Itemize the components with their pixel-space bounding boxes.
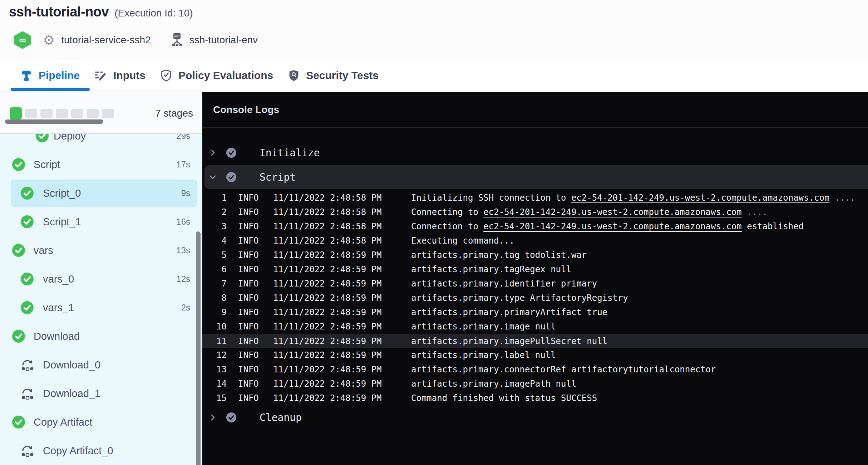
log-line-number: 15: [202, 391, 227, 405]
log-level: INFO: [238, 276, 259, 291]
stage-row-download_1[interactable]: Download_1: [0, 379, 202, 408]
success-check-icon: [12, 330, 25, 343]
log-line: 4INFO11/11/2022 2:48:58 PMExecuting comm…: [202, 234, 868, 248]
log-level: INFO: [238, 219, 259, 234]
section-label: Initialize: [260, 147, 320, 159]
loop-strategy-icon: [21, 359, 34, 371]
log-message: artifacts.primary.connectorRef artifacto…: [411, 362, 716, 377]
stage-square-pending: [87, 109, 99, 118]
log-line: 15INFO11/11/2022 2:48:59 PMCommand finis…: [202, 391, 868, 405]
log-line: 5INFO11/11/2022 2:48:59 PMartifacts.prim…: [202, 248, 868, 262]
step-success-badge-icon: [226, 172, 237, 182]
console-section-initialize[interactable]: Initialize: [202, 142, 868, 163]
stage-row-copy-artifact[interactable]: Copy Artifact: [0, 408, 202, 436]
log-message: Command finished with status SUCCESS: [411, 391, 597, 405]
console-header: Console Logs: [202, 92, 868, 128]
vertical-scrollbar[interactable]: [196, 231, 201, 465]
log-message: artifacts.primary.label null: [411, 348, 556, 362]
log-line: 8INFO11/11/2022 2:48:59 PMartifacts.prim…: [202, 291, 868, 305]
log-line-number: 2: [202, 205, 227, 219]
log-line-number: 10: [202, 319, 227, 334]
console-section-script[interactable]: Script: [204, 165, 868, 189]
stage-square-pending: [102, 109, 114, 118]
log-host-link[interactable]: ec2-54-201-142-249.us-west-2.compute.ama…: [483, 207, 741, 217]
console-section-cleanup[interactable]: Cleanup: [202, 407, 868, 428]
log-message: Connection to ec2-54-201-142-249.us-west…: [411, 219, 804, 234]
log-ellipsis: ....: [742, 207, 768, 217]
log-message: artifacts.primary.identifier primary: [411, 276, 597, 291]
log-message: artifacts.primary.image null: [411, 319, 556, 334]
stage-duration: 29s: [176, 133, 190, 141]
log-level: INFO: [238, 348, 259, 362]
tab-policy-evaluations[interactable]: Policy Evaluations: [161, 59, 273, 92]
loop-strategy-icon: [21, 387, 34, 400]
page-title: ssh-tutorial-nov: [9, 4, 109, 20]
tab-inputs[interactable]: Inputs: [95, 59, 146, 92]
success-check-icon: [36, 133, 49, 142]
log-timestamp: 11/11/2022 2:48:59 PM: [273, 276, 381, 291]
stage-label: Download_1: [43, 388, 100, 400]
tab-security-tests[interactable]: Security Tests: [288, 59, 379, 92]
section-label: Cleanup: [260, 412, 302, 424]
stage-row-vars_0[interactable]: vars_012s: [0, 265, 202, 293]
log-host-link[interactable]: ec2-54-201-142-249.us-west-2.compute.ama…: [571, 193, 829, 203]
success-check-icon: [12, 416, 25, 429]
console-panel: Console Logs Initialize Script Cleanup1I…: [202, 92, 868, 465]
log-timestamp: 11/11/2022 2:48:58 PM: [273, 234, 381, 248]
success-check-icon: [12, 158, 25, 171]
stage-label: Copy Artifact_0: [43, 445, 113, 457]
stage-row-download[interactable]: Download: [0, 322, 202, 351]
stage-row-script_1[interactable]: Script_116s: [0, 207, 202, 236]
stage-square-pending: [71, 109, 83, 118]
log-level: INFO: [238, 391, 259, 405]
log-level: INFO: [238, 205, 259, 219]
stage-row-script_0[interactable]: Script_09s: [0, 179, 202, 207]
stage-row-vars_1[interactable]: vars_12s: [0, 293, 202, 322]
horizontal-scrollbar[interactable]: [5, 119, 103, 124]
success-check-icon: [21, 215, 34, 228]
log-timestamp: 11/11/2022 2:48:59 PM: [273, 348, 381, 362]
stage-label: Script: [34, 159, 60, 171]
stage-row-download_0[interactable]: Download_0: [0, 351, 202, 379]
chevron-right-icon[interactable]: [209, 413, 217, 421]
console-title: Console Logs: [213, 104, 279, 116]
stage-label: Copy Artifact: [34, 416, 92, 428]
execution-header: ssh-tutorial-nov (Execution Id: 10) ∞ ⚙ …: [0, 0, 868, 59]
section-label: Script: [260, 171, 296, 183]
step-success-badge-icon: [226, 412, 237, 423]
log-level: INFO: [238, 305, 259, 319]
environment-name[interactable]: ssh-tutorial-env: [189, 34, 258, 46]
log-timestamp: 11/11/2022 2:48:59 PM: [273, 248, 381, 262]
chevron-down-icon[interactable]: [209, 173, 217, 181]
stage-row-vars[interactable]: vars13s: [0, 236, 202, 265]
log-line-number: 7: [202, 276, 227, 291]
stage-square-pending: [25, 109, 37, 118]
log-timestamp: 11/11/2022 2:48:59 PM: [273, 319, 381, 334]
pipeline-icon: [21, 70, 32, 81]
log-line-number: 13: [202, 362, 227, 377]
service-name[interactable]: tutorial-service-ssh2: [61, 34, 151, 46]
log-line: 2INFO11/11/2022 2:48:58 PMConnecting to …: [202, 205, 868, 219]
log-line: 7INFO11/11/2022 2:48:59 PMartifacts.prim…: [202, 276, 868, 291]
log-message: artifacts.primary.type ArtifactoryRegist…: [411, 291, 628, 305]
stage-count: 7 stages: [155, 107, 193, 119]
chevron-right-icon[interactable]: [209, 149, 217, 157]
stage-duration: 2s: [181, 303, 190, 313]
log-line: 3INFO11/11/2022 2:48:58 PMConnection to …: [202, 219, 868, 234]
log-message: artifacts.primary.tagRegex null: [411, 262, 571, 276]
log-timestamp: 11/11/2022 2:48:58 PM: [273, 191, 381, 205]
shield-check-icon: [161, 69, 172, 82]
log-timestamp: 11/11/2022 2:48:59 PM: [273, 305, 381, 319]
log-line: 9INFO11/11/2022 2:48:59 PMartifacts.prim…: [202, 305, 868, 319]
stage-duration: 17s: [176, 160, 190, 170]
log-message: Initializing SSH connection to ec2-54-20…: [411, 191, 855, 205]
stage-square-done: [10, 107, 22, 119]
stage-row-copy-artifact_0[interactable]: Copy Artifact_0: [0, 436, 202, 465]
stage-row-deploy[interactable]: Deploy29s: [0, 133, 202, 150]
tab-pipeline[interactable]: Pipeline: [21, 59, 80, 92]
log-host-link[interactable]: ec2-54-201-142-249.us-west-2.compute.ama…: [483, 221, 741, 231]
stage-row-script[interactable]: Script17s: [0, 150, 202, 179]
log-line: 14INFO11/11/2022 2:48:59 PMartifacts.pri…: [202, 377, 868, 391]
log-line: 11INFO11/11/2022 2:48:59 PMartifacts.pri…: [202, 334, 868, 348]
stage-list: Deploy29s Script17s Script_09s Script_11…: [0, 133, 202, 465]
